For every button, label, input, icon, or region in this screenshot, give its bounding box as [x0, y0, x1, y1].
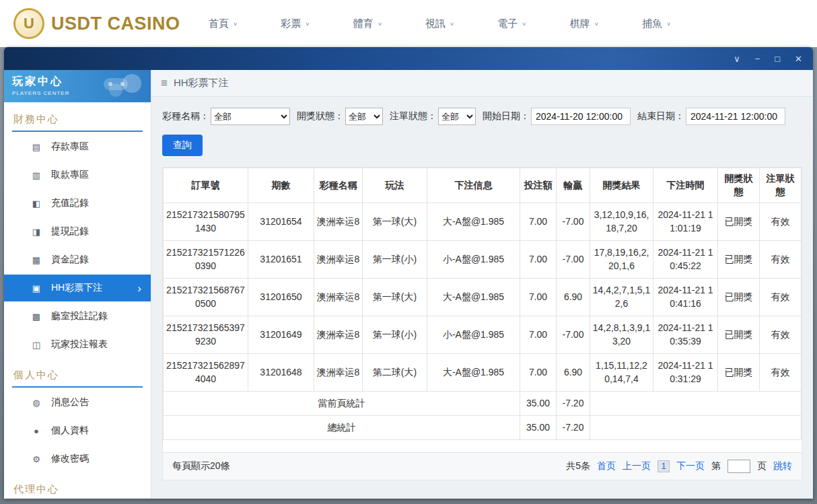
table-cell: 14,2,8,1,3,9,13,20: [590, 316, 653, 353]
table-row: 215217321580795143031201654澳洲幸运8第一球(大)大-…: [164, 203, 802, 240]
nav-item-label: 首頁: [209, 17, 229, 30]
draw-status-select[interactable]: 全部: [345, 108, 383, 125]
summary-label: 當前頁統計: [164, 391, 520, 415]
chevron-down-icon: ∨: [378, 21, 382, 27]
nav-item-0[interactable]: 首頁∨: [209, 17, 238, 30]
column-header: 玩法: [363, 168, 427, 203]
sidebar-item[interactable]: ▩廳室投註記錄: [4, 303, 151, 330]
goto-page-input[interactable]: [727, 460, 750, 473]
sidebar-item[interactable]: ◧充值記錄: [4, 190, 151, 217]
table-cell: 7.00: [520, 278, 557, 316]
summary-label: 總統計: [164, 415, 520, 439]
table-cell: 7.00: [520, 240, 557, 278]
close-icon[interactable]: ✕: [795, 55, 802, 63]
nav-item-label: 體育: [353, 17, 374, 30]
nav-item-1[interactable]: 彩票∨: [281, 17, 310, 30]
nav-item-5[interactable]: 棋牌∨: [570, 17, 599, 30]
table-cell: 澳洲幸运8: [314, 240, 363, 278]
table-cell: 大-A盤@1.985: [427, 203, 520, 240]
summary-winloss: -7.20: [557, 391, 590, 415]
lottery-name-select[interactable]: 全部: [211, 108, 290, 125]
sidebar-item-label: 消息公告: [51, 396, 89, 408]
logo-letter: U: [24, 15, 34, 32]
table-cell: 已開獎: [718, 316, 760, 353]
sidebar-item[interactable]: ▥取款專區: [4, 161, 151, 188]
summary-row: 總統計35.00-7.20: [164, 415, 802, 439]
search-button[interactable]: 查詢: [162, 135, 203, 156]
chevron-right-icon: ›: [137, 283, 141, 294]
hamburger-icon[interactable]: ≡: [161, 77, 168, 90]
summary-empty-cell: [590, 415, 802, 439]
start-date-input[interactable]: [531, 108, 631, 125]
nav-item-4[interactable]: 電子∨: [497, 17, 526, 30]
column-header: 開獎狀態: [718, 168, 760, 203]
table-cell: 已開獎: [718, 278, 760, 316]
deposit-icon: ▤: [31, 142, 42, 152]
chevron-down-icon: ∨: [522, 21, 526, 27]
sidebar-item-label: 充值記錄: [51, 197, 89, 209]
nav-item-2[interactable]: 體育∨: [353, 17, 382, 30]
table-cell: 澳洲幸运8: [314, 353, 363, 391]
table-cell: 7.00: [520, 316, 557, 353]
table-cell: 大-A盤@1.985: [427, 278, 520, 316]
end-date-input[interactable]: [686, 108, 785, 125]
first-page-link[interactable]: 首页: [597, 460, 616, 472]
column-header: 輸贏: [557, 168, 590, 203]
table-cell: 31201654: [248, 203, 314, 240]
sidebar-item[interactable]: ▤存款專區: [4, 133, 151, 160]
column-header: 投注額: [520, 168, 557, 203]
maximize-icon[interactable]: □: [775, 55, 780, 63]
minimize-icon[interactable]: −: [755, 55, 760, 63]
order-status-label: 注單狀態：: [390, 110, 437, 122]
next-page-link[interactable]: 下一页: [676, 460, 705, 472]
table-cell: 31201651: [248, 240, 314, 278]
player-center-window: ∨−□✕ 玩家中心 PLAYERS CENTER 財務中心▤存款專區▥取款專區◧…: [4, 47, 813, 499]
table-cell: 有效: [760, 353, 802, 391]
current-page-indicator[interactable]: 1: [658, 460, 670, 472]
draw-status-label: 開獎狀態：: [297, 110, 344, 122]
profile-icon: ●: [31, 426, 42, 436]
table-cell: -7.00: [557, 240, 590, 278]
goto-page-button[interactable]: 跳转: [773, 460, 792, 472]
sidebar-item[interactable]: ◫玩家投注報表: [4, 331, 151, 358]
lottery-bet-icon: ▣: [31, 283, 42, 293]
column-header: 期數: [248, 168, 314, 203]
bets-table: 訂單號期數彩種名稱玩法下注信息投注額輸贏開獎結果下注時間開獎狀態注單狀態 215…: [163, 168, 802, 440]
top-navbar: U USDT CASINO 首頁∨彩票∨體育∨視訊∨電子∨棋牌∨捕魚∨: [0, 0, 817, 47]
nav-item-3[interactable]: 視訊∨: [425, 17, 454, 30]
table-cell: 17,8,19,16,2,20,1,6: [590, 240, 653, 278]
page-size-text: 每頁顯示20條: [172, 460, 230, 472]
table-cell: 第一球(小): [363, 316, 427, 353]
brand[interactable]: U USDT CASINO: [13, 8, 182, 39]
table-cell: 2024-11-21 11:01:19: [653, 203, 718, 240]
table-cell: 2024-11-21 10:41:16: [653, 278, 718, 316]
table-cell: 有效: [760, 278, 802, 316]
table-cell: 2024-11-21 10:35:39: [653, 316, 718, 353]
table-cell: 大-A盤@1.985: [427, 353, 520, 391]
sidebar: 玩家中心 PLAYERS CENTER 財務中心▤存款專區▥取款專區◧充值記錄◨…: [4, 70, 151, 499]
table-row: 215217321562897404031201648澳洲幸运8第二球(大)大-…: [164, 353, 802, 391]
table-cell: 2152173215653979230: [164, 316, 248, 353]
chevron-down-icon[interactable]: ∨: [734, 55, 740, 63]
table-row: 215217321568767050031201650澳洲幸运8第一球(大)大-…: [164, 278, 802, 316]
sidebar-item[interactable]: ▣HH彩票下注›: [4, 275, 151, 301]
sidebar-menu: 財務中心▤存款專區▥取款專區◧充值記錄◨提現記錄▦資金記錄▣HH彩票下注›▩廳室…: [4, 102, 151, 499]
order-status-select[interactable]: 全部: [438, 108, 476, 125]
nav-item-6[interactable]: 捕魚∨: [642, 17, 671, 30]
sidebar-item-label: 資金記錄: [51, 254, 89, 266]
summary-bet-amount: 35.00: [520, 415, 557, 439]
prev-page-link[interactable]: 上一页: [623, 460, 651, 472]
filter-bar: 彩種名稱： 全部 開獎狀態： 全部 注單狀態： 全部 開始日期：: [151, 97, 813, 156]
sidebar-item[interactable]: ▦資金記錄: [4, 246, 151, 273]
casino-logo-icon: U: [13, 8, 44, 39]
sidebar-item[interactable]: ●個人資料: [4, 417, 151, 444]
sidebar-item[interactable]: ⚙修改密碼: [4, 445, 151, 472]
lottery-name-label: 彩種名稱：: [162, 110, 209, 122]
table-cell: -7.00: [557, 203, 590, 240]
sidebar-item[interactable]: ◨提現記錄: [4, 218, 151, 245]
table-cell: 已開獎: [718, 353, 760, 391]
table-footer: 每頁顯示20條 共5条 首页 上一页 1 下一页 第 页 跳转: [163, 452, 802, 480]
table-cell: 2024-11-21 10:31:29: [653, 353, 718, 391]
sidebar-item[interactable]: ◍消息公告: [4, 389, 151, 416]
gamepad-decoration-icon: [96, 73, 147, 100]
